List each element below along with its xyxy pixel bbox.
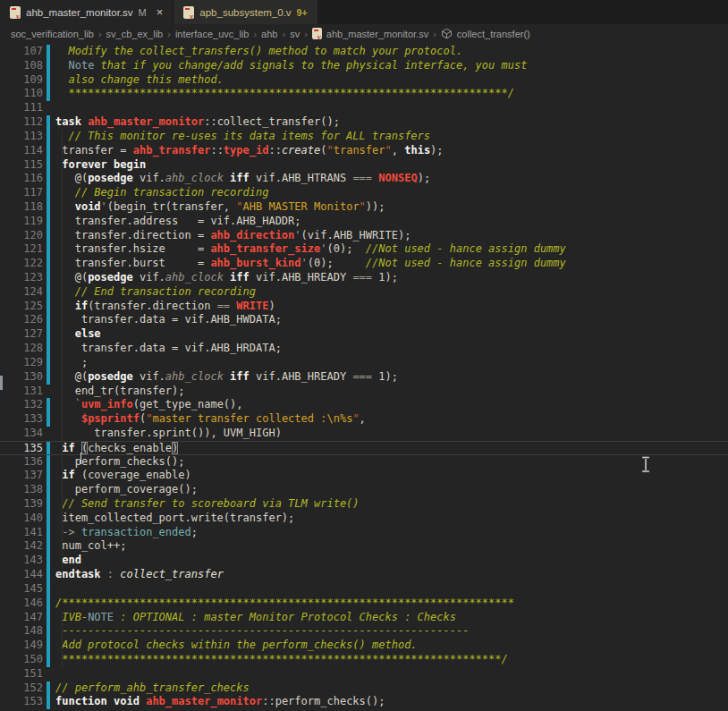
code-line[interactable]: 113 // This monitor re-uses its data ite…: [0, 130, 728, 144]
line-number[interactable]: 146: [0, 597, 45, 611]
code-line[interactable]: 128 transfer.data = vif.AHB_HRDATA;: [0, 342, 728, 356]
line-number[interactable]: 115: [0, 158, 45, 173]
line-number[interactable]: 142: [0, 539, 45, 554]
code-line[interactable]: 110 ************************************…: [0, 87, 728, 101]
line-number[interactable]: 153: [0, 695, 45, 709]
line-number[interactable]: 148: [0, 624, 45, 639]
line-number[interactable]: 138: [0, 483, 45, 497]
code-line[interactable]: 134 transfer.sprint()), UVM_HIGH): [0, 427, 728, 441]
code-line[interactable]: 143 end: [0, 554, 728, 568]
line-number[interactable]: 139: [0, 497, 45, 512]
line-number[interactable]: 123: [0, 271, 45, 285]
line-number[interactable]: 143: [0, 554, 45, 568]
line-number[interactable]: 137: [0, 469, 45, 483]
code-line[interactable]: 137 if (coverage_enable): [0, 469, 728, 483]
code-line[interactable]: 129 ;: [0, 356, 728, 370]
line-number[interactable]: 122: [0, 257, 45, 271]
breadcrumb-item-sv-cb-ex-lib[interactable]: sv_cb_ex_lib: [106, 29, 164, 39]
code-line[interactable]: 151: [0, 667, 728, 681]
close-icon[interactable]: ×: [157, 6, 164, 18]
line-number[interactable]: 114: [0, 144, 45, 158]
code-line[interactable]: 131 end_tr(transfer);: [0, 385, 728, 399]
breadcrumb-item-ahb[interactable]: ahb: [261, 29, 277, 39]
code-line[interactable]: 153function void ahb_master_monitor::per…: [0, 695, 728, 709]
code-line[interactable]: 130 @(posedge vif.ahb_clock iff vif.AHB_…: [0, 370, 728, 385]
line-number[interactable]: 126: [0, 313, 45, 327]
line-number[interactable]: 132: [0, 398, 45, 412]
code-line[interactable]: 152// perform_ahb_transfer_checks: [0, 681, 728, 696]
line-number[interactable]: 141: [0, 526, 45, 540]
line-number[interactable]: 109: [0, 73, 45, 88]
code-line[interactable]: 149 Add protocol checks within the perfo…: [0, 639, 728, 653]
line-number[interactable]: 136: [0, 455, 45, 470]
code-line[interactable]: 136 perform_checks();: [0, 455, 728, 470]
code-line[interactable]: 140 item_collected_port.write(transfer);: [0, 512, 728, 526]
line-number[interactable]: 118: [0, 200, 45, 215]
line-number[interactable]: 130: [0, 370, 45, 385]
code-line[interactable]: 139 // Send transfer to scoreboard via T…: [0, 497, 728, 512]
code-line[interactable]: 122 transfer.burst = ahb_burst_kind'(0);…: [0, 257, 728, 271]
line-number[interactable]: 111: [0, 101, 45, 115]
line-number[interactable]: 149: [0, 639, 45, 653]
code-line[interactable]: 144endtask : collect_transfer: [0, 568, 728, 582]
code-line[interactable]: 108 Note that if you change/add signals …: [0, 59, 728, 73]
code-line[interactable]: 142 num_col++;: [0, 539, 728, 554]
code-line[interactable]: 109 also change this method.: [0, 73, 728, 88]
line-number[interactable]: 121: [0, 242, 45, 257]
breadcrumb-item-interface-uvc-lib[interactable]: interface_uvc_lib: [175, 29, 250, 39]
line-number[interactable]: 128: [0, 342, 45, 356]
code-line[interactable]: 133 $psprintf("master transfer collected…: [0, 412, 728, 427]
line-number[interactable]: 107: [0, 45, 45, 59]
line-number[interactable]: 131: [0, 385, 45, 399]
line-number[interactable]: 145: [0, 582, 45, 597]
line-number[interactable]: 120: [0, 229, 45, 243]
line-number[interactable]: 119: [0, 215, 45, 229]
code-line[interactable]: 112task ahb_master_monitor::collect_tran…: [0, 115, 728, 130]
line-number[interactable]: 108: [0, 59, 45, 73]
line-number[interactable]: 125: [0, 300, 45, 314]
code-line[interactable]: 111: [0, 101, 728, 115]
code-line[interactable]: 147 IVB-NOTE : OPTIONAL : master Monitor…: [0, 611, 728, 625]
code-area[interactable]: 107 Modify the collect_transfers() metho…: [0, 43, 728, 709]
line-number[interactable]: 151: [0, 667, 45, 681]
breadcrumb-item-symbol[interactable]: collect_transfer(): [457, 29, 530, 39]
code-line[interactable]: 138 perform_coverage();: [0, 483, 728, 497]
code-line[interactable]: 132 `uvm_info(get_type_name(),: [0, 398, 728, 412]
line-number[interactable]: 140: [0, 512, 45, 526]
code-line[interactable]: 124 // End transaction recording: [0, 285, 728, 300]
code-line[interactable]: 125 if(transfer.direction == WRITE): [0, 300, 728, 314]
line-number[interactable]: 116: [0, 172, 45, 186]
line-number[interactable]: 152: [0, 681, 45, 696]
code-line[interactable]: 141 -> transaction_ended;: [0, 526, 728, 540]
line-number[interactable]: 144: [0, 568, 45, 582]
line-number[interactable]: 117: [0, 186, 45, 200]
code-line[interactable]: 146/************************************…: [0, 597, 728, 611]
line-number[interactable]: 147: [0, 611, 45, 625]
code-line[interactable]: 107 Modify the collect_transfers() metho…: [0, 45, 728, 59]
tab-apb-subsystem[interactable]: apb_subsystem_0.v 9+: [174, 0, 317, 24]
line-number[interactable]: 127: [0, 327, 45, 342]
code-line[interactable]: 121 transfer.hsize = ahb_transfer_size'(…: [0, 242, 728, 257]
line-number[interactable]: 134: [0, 427, 45, 441]
tab-ahb-master-monitor[interactable]: ahb_master_monitor.sv M ×: [0, 0, 173, 24]
code-line[interactable]: 150 ************************************…: [0, 653, 728, 667]
code-line[interactable]: 135 if (checks_enable): [0, 441, 728, 455]
line-number[interactable]: 129: [0, 356, 45, 370]
breadcrumb-item-soc-verification-lib[interactable]: soc_verification_lib: [11, 29, 94, 39]
code-line[interactable]: 148 ------------------------------------…: [0, 624, 728, 639]
code-line[interactable]: 120 transfer.direction = ahb_direction'(…: [0, 229, 728, 243]
line-number[interactable]: 150: [0, 653, 45, 667]
line-number[interactable]: 135: [0, 442, 45, 454]
code-line[interactable]: 123 @(posedge vif.ahb_clock iff vif.AHB_…: [0, 271, 728, 285]
line-number[interactable]: 110: [0, 87, 45, 101]
line-number[interactable]: 133: [0, 412, 45, 427]
line-number[interactable]: 113: [0, 130, 45, 144]
code-line[interactable]: 115 forever begin: [0, 158, 728, 173]
line-number[interactable]: 124: [0, 285, 45, 300]
code-line[interactable]: 127 else: [0, 327, 728, 342]
code-line[interactable]: 117 // Begin transaction recording: [0, 186, 728, 200]
breadcrumb-item-sv[interactable]: sv: [290, 29, 300, 39]
code-line[interactable]: 126 transfer.data = vif.AHB_HWDATA;: [0, 313, 728, 327]
code-line[interactable]: 116 @(posedge vif.ahb_clock iff vif.AHB_…: [0, 172, 728, 186]
code-line[interactable]: 119 transfer.address = vif.AHB_HADDR;: [0, 215, 728, 229]
